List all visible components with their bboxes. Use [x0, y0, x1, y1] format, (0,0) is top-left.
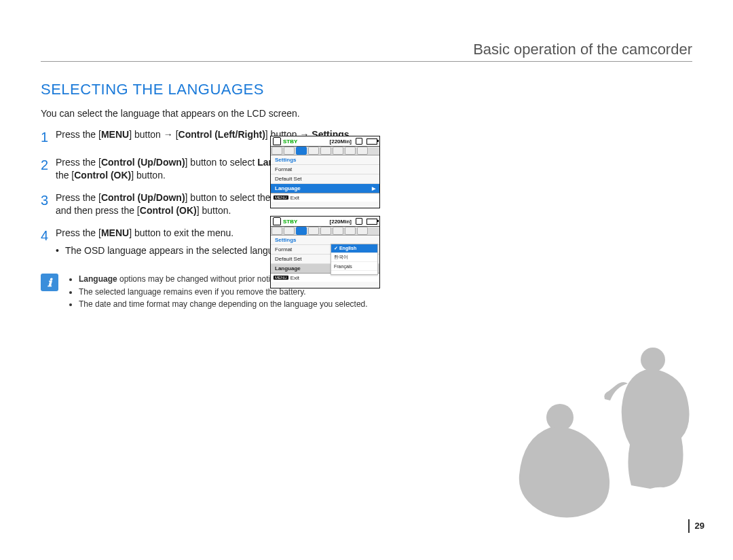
camera-icon	[273, 217, 281, 225]
camera-icon	[273, 137, 281, 145]
menu-row: Format	[271, 164, 379, 174]
settings-heading: Settings	[271, 155, 379, 164]
tab-bar	[271, 147, 379, 155]
step-number: 4	[41, 227, 56, 258]
stby-label: STBY	[283, 219, 297, 225]
card-icon	[356, 138, 362, 145]
menu-row: Default Set	[271, 174, 379, 183]
lcd-screenshot-2: STBY [220Min] Settings FormatDefault Set…	[270, 216, 380, 288]
lcd-screenshot-1: STBY [220Min] Settings FormatDefault Set…	[270, 136, 380, 208]
stby-label: STBY	[283, 138, 297, 145]
language-option: Français	[331, 262, 377, 271]
note-item: The date and time format may change depe…	[79, 299, 368, 310]
tab-bar	[271, 227, 379, 236]
battery-icon	[366, 138, 377, 145]
step-number: 1	[41, 128, 56, 147]
language-option: 한국어	[331, 253, 377, 262]
page-number: 29	[688, 519, 704, 533]
battery-icon	[366, 219, 377, 225]
page-title: SELECTING THE LANGUAGES	[41, 81, 692, 98]
menu-row: Language▶	[271, 183, 379, 193]
language-popup: ✓ English한국어Français	[331, 244, 378, 275]
language-option: ✓ English	[331, 244, 377, 253]
menu-badge: MENU	[274, 195, 288, 200]
exit-label: Exit	[290, 275, 299, 281]
info-icon: ℹ	[41, 274, 58, 291]
remaining-time: [220Min]	[330, 138, 352, 145]
silhouette-figure	[509, 343, 713, 519]
remaining-time: [220Min]	[330, 219, 352, 225]
step-number: 3	[41, 191, 56, 217]
step-number: 2	[41, 156, 56, 182]
card-icon	[356, 218, 362, 225]
section-header: Basic operation of the camcorder	[41, 41, 692, 62]
exit-label: Exit	[290, 195, 299, 201]
intro-text: You can select the language that appears…	[41, 108, 692, 119]
menu-badge: MENU	[274, 276, 288, 280]
